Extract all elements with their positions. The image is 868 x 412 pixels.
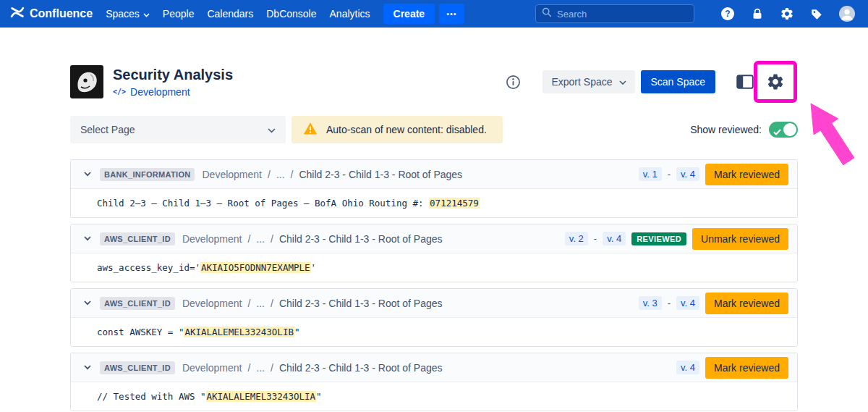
space-link[interactable]: Development [130,86,190,98]
confluence-brand[interactable]: Confluence [10,5,93,22]
mark-reviewed-button[interactable]: Mark reviewed [705,293,788,314]
chevron-down-icon[interactable] [82,363,93,371]
unmark-reviewed-button[interactable]: Unmark reviewed [692,228,788,250]
search-box[interactable] [535,4,694,23]
finding-group-1: BANK_INFORMATION Development / ... / Chi… [70,159,798,218]
finding-type-badge: AWS_CLIENT_ID [100,297,175,310]
nav-item-people[interactable]: People [163,8,195,20]
reviewed-status-badge: REVIEWED [631,232,686,245]
avatar[interactable] [839,6,855,22]
breadcrumb-separator: / [247,233,250,245]
snippet-text: " [294,327,300,337]
mark-reviewed-button[interactable]: Mark reviewed [705,357,788,379]
snippet-text: const AWSKEY = " [97,327,184,337]
finding-group-3: AWS_CLIENT_ID Development / ... / Child … [70,288,798,347]
breadcrumb-ellipsis[interactable]: ... [256,298,265,309]
breadcrumb-separator: / [271,298,273,309]
nav-item-spaces[interactable]: Spaces [106,8,150,20]
check-icon [773,126,781,138]
export-space-button[interactable]: Export Space [542,70,634,93]
chevron-down-icon [268,124,276,135]
brand-label: Confluence [30,7,93,20]
finding-header: AWS_CLIENT_ID Development / ... / Child … [71,224,797,253]
breadcrumb-page-link[interactable]: Child 2-3 - Child 1-3 - Root of Pages [279,362,443,374]
breadcrumb-page-link[interactable]: Child 2-3 - Child 1-3 - Root of Pages [279,298,443,309]
chevron-down-icon[interactable] [82,170,93,178]
page-header: Security Analysis </> Development Export… [70,65,798,98]
version-from-link[interactable]: v. 4 [676,361,699,374]
chevron-down-icon[interactable] [82,235,93,243]
show-reviewed-control: Show reviewed: [690,122,798,138]
breadcrumb-page-link[interactable]: Child 2-3 - Child 1-3 - Root of Pages [299,169,462,180]
select-page-dropdown[interactable]: Select Page [70,116,286,143]
breadcrumb-separator: / [291,169,294,180]
snippet-text: " [316,391,322,402]
version-to-link[interactable]: v. 4 [676,167,699,181]
more-menu-button[interactable]: ••• [439,4,464,24]
page-title: Security Analysis [113,67,233,83]
info-icon[interactable] [506,75,521,90]
space-settings-gear-icon[interactable] [763,70,788,94]
breadcrumb-space-link[interactable]: Development [202,169,262,180]
snippet-highlight: 071214579 [429,198,480,209]
breadcrumb: Development / ... / Child 2-3 - Child 1-… [202,169,462,180]
findings-list: BANK_INFORMATION Development / ... / Chi… [70,159,798,411]
finding-snippet: const AWSKEY = "AKIALALEMEL33243OLIB" [71,318,797,346]
breadcrumb: Development / ... / Child 2-3 - Child 1-… [182,362,443,374]
snippet-text: ' [311,262,317,273]
show-reviewed-label: Show reviewed: [690,124,762,135]
nav-item-calendars[interactable]: Calendars [207,8,253,20]
breadcrumb-separator: / [247,298,250,309]
nav-item-dbconsole[interactable]: DbConsole [266,8,316,20]
nav-icon-group: ? [720,6,855,22]
breadcrumb-ellipsis[interactable]: ... [276,169,285,180]
version-to-link[interactable]: v. 4 [603,232,626,245]
breadcrumb: Development / ... / Child 2-3 - Child 1-… [182,298,443,309]
finding-group-2: AWS_CLIENT_ID Development / ... / Child … [70,224,798,282]
snippet-text: aws_access_key_id=' [97,262,200,273]
warning-text: Auto-scan of new content: disabled. [326,124,487,135]
chevron-down-icon[interactable] [82,299,93,307]
breadcrumb-ellipsis[interactable]: ... [256,233,265,245]
finding-type-badge: BANK_INFORMATION [100,168,195,181]
title-block: Security Analysis </> Development [113,67,233,98]
finding-actions: v. 3 - v. 4 Mark reviewed [639,293,788,314]
finding-actions: v. 4 Mark reviewed [676,357,788,379]
breadcrumb-ellipsis[interactable]: ... [256,362,265,374]
tag-icon[interactable] [810,7,823,20]
space-type-code-icon: </> [113,88,126,96]
annotation-arrow [804,100,860,172]
help-icon[interactable]: ? [720,7,735,21]
version-from-link[interactable]: v. 1 [639,167,662,181]
finding-snippet: aws_access_key_id='AKIAIO5FODNN7EXAMPLE' [71,253,797,282]
mark-reviewed-button[interactable]: Mark reviewed [705,164,788,185]
breadcrumb-space-link[interactable]: Development [182,233,242,245]
header-actions: Export Space Scan Space [506,70,798,94]
breadcrumb-space-link[interactable]: Development [182,298,242,309]
finding-actions: v. 1 - v. 4 Mark reviewed [639,164,788,185]
finding-header: AWS_CLIENT_ID Development / ... / Child … [71,353,797,382]
gear-icon[interactable] [780,7,794,21]
nav-item-analytics[interactable]: Analytics [330,8,370,20]
breadcrumb-page-link[interactable]: Child 2-3 - Child 1-3 - Root of Pages [279,233,443,245]
svg-text:?: ? [725,9,730,19]
finding-snippet: // Tested with AWS "AKIALALEMEL33243OLIA… [71,382,797,411]
scan-space-button[interactable]: Scan Space [641,70,716,93]
version-separator: - [668,169,671,180]
version-from-link[interactable]: v. 2 [565,232,588,245]
lock-icon[interactable] [751,7,764,20]
breadcrumb-space-link[interactable]: Development [182,362,242,374]
create-button[interactable]: Create [383,4,435,24]
show-reviewed-toggle[interactable] [769,122,798,138]
version-to-link[interactable]: v. 4 [676,296,699,310]
snippet-highlight: AKIALALEMEL33243OLIA [206,391,317,402]
breadcrumb-separator: / [271,233,273,245]
version-from-link[interactable]: v. 3 [639,296,662,310]
finding-type-badge: AWS_CLIENT_ID [100,232,175,245]
top-nav: Confluence Spaces People Calendars DbCon… [0,0,868,28]
page-tree-panel-button[interactable] [733,70,757,94]
version-separator: - [668,298,671,308]
autoscan-warning-banner: Auto-scan of new content: disabled. [292,116,503,143]
search-input[interactable] [557,9,688,20]
version-separator: - [594,233,597,244]
